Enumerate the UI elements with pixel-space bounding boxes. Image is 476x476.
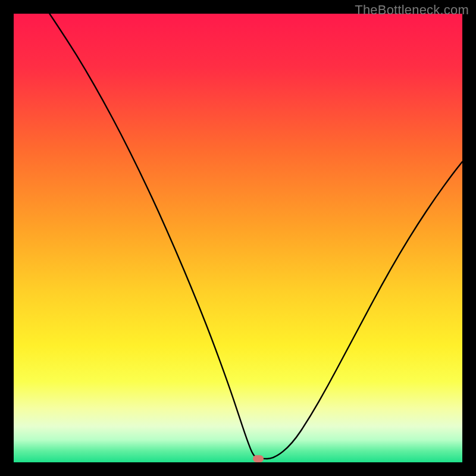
watermark-text: TheBottleneck.com: [355, 2, 469, 18]
optimal-point-marker: [253, 455, 264, 462]
plot-area: [14, 14, 462, 462]
chart-frame: TheBottleneck.com: [0, 0, 476, 476]
bottleneck-curve: [14, 14, 462, 462]
